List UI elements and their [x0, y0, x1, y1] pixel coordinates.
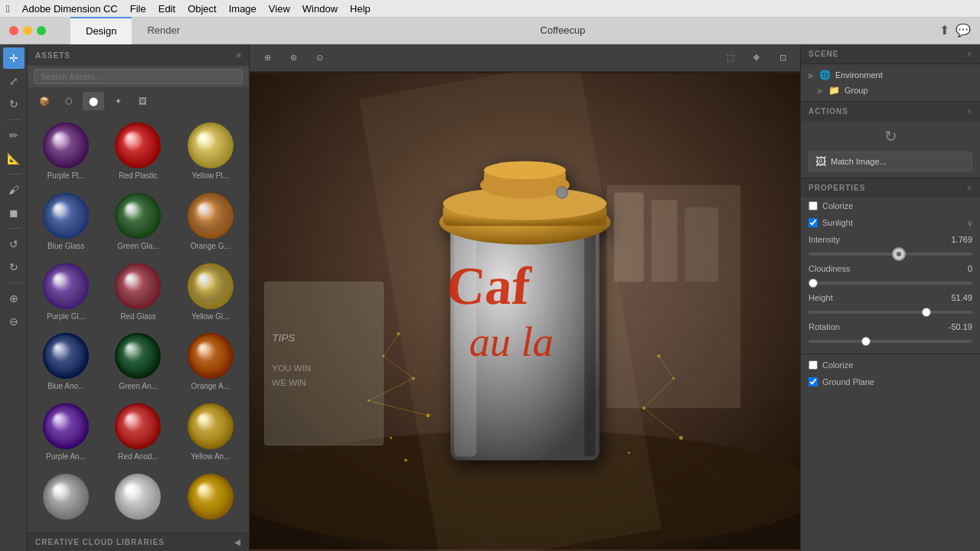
menu-file[interactable]: File [130, 3, 146, 15]
colorize-checkbox[interactable] [808, 201, 818, 210]
scene-item-group[interactable]: ▶ 📁 Group [801, 83, 980, 98]
zoom-in-tool[interactable]: ⊕ [3, 288, 24, 309]
rotate-tool[interactable]: ↻ [3, 93, 24, 115]
canvas-tool-2[interactable]: ⊛ [283, 48, 303, 68]
menu-edit[interactable]: Edit [158, 3, 175, 15]
list-item[interactable]: Yellow An... [175, 399, 246, 468]
list-item[interactable]: Red Plastic [103, 118, 173, 187]
toolbar-separator-3 [6, 228, 21, 229]
list-item[interactable]: Purple Gl... [31, 259, 101, 328]
transform-tool[interactable]: ⤢ [3, 70, 24, 92]
red-anodized-preview [113, 402, 162, 451]
search-input[interactable] [34, 69, 243, 84]
asset-label-blue-anodized: Blue Ano... [47, 382, 84, 390]
blue-anodized-preview [41, 331, 90, 380]
close-button[interactable] [9, 26, 18, 35]
list-item[interactable]: Orange A... [175, 328, 246, 397]
cc-libraries-toggle[interactable]: ◀ [234, 538, 241, 546]
yellow-plastic-preview [186, 121, 235, 170]
colorize-label[interactable]: Colorize [822, 201, 853, 210]
height-label: Height [808, 293, 833, 302]
canvas-tool-4[interactable]: ⬚ [720, 48, 740, 68]
left-toolbar: ✛ ⤢ ↻ ✏ 📐 🖌 ◼ ↺ ↻ ⊕ ⊖ [0, 44, 28, 551]
red-plastic-preview [113, 121, 162, 170]
list-item[interactable]: Blue Glass [31, 188, 101, 257]
redo-tool[interactable]: ↻ [3, 256, 24, 278]
sunlight-label[interactable]: Sunlight [822, 218, 853, 227]
pen-tool[interactable]: ✏ [3, 125, 24, 146]
list-item[interactable]: Orange G... [175, 188, 246, 257]
tab-render[interactable]: Render [132, 17, 195, 44]
canvas-scene[interactable]: Caf au la [250, 72, 800, 551]
list-item[interactable] [103, 469, 173, 530]
assets-tab-images[interactable]: 🖼 [132, 92, 153, 110]
measure-tool[interactable]: 📐 [3, 148, 24, 169]
assets-tab-models[interactable]: 📦 [34, 92, 55, 110]
intensity-slider-thumb[interactable] [892, 247, 906, 261]
menu-view[interactable]: View [269, 3, 290, 15]
cloudiness-slider-thumb[interactable] [808, 279, 818, 288]
list-item[interactable]: Red Glass [103, 259, 173, 328]
share-icon[interactable]: ⬆ [939, 23, 949, 37]
list-item[interactable]: Blue Ano... [31, 328, 101, 397]
rotation-slider-thumb[interactable] [861, 337, 871, 346]
menu-help[interactable]: Help [350, 3, 371, 15]
gold-1-preview [186, 472, 235, 521]
sunlight-expand-icon[interactable]: ∨ [967, 219, 972, 227]
assets-tab-materials[interactable]: ⬤ [83, 92, 104, 110]
menu-object[interactable]: Object [188, 3, 217, 15]
chat-icon[interactable]: 💬 [956, 23, 971, 37]
material-tool[interactable]: ◼ [3, 202, 24, 223]
list-item[interactable]: Green Gla... [103, 188, 173, 257]
svg-point-20 [390, 437, 392, 439]
properties-collapse-icon[interactable]: ∧ [966, 183, 972, 193]
list-item[interactable]: Red Anod... [103, 399, 173, 468]
zoom-out-tool[interactable]: ⊖ [3, 311, 24, 332]
actions-collapse-icon[interactable]: ∧ [966, 106, 972, 116]
cc-libraries-bar: CREATIVE CLOUD LIBRARIES ◀ [28, 533, 249, 551]
rotation-slider-track[interactable] [808, 340, 972, 343]
tab-design[interactable]: Design [70, 17, 132, 44]
list-item[interactable] [175, 469, 246, 530]
select-tool[interactable]: ✛ [3, 47, 24, 69]
colorize2-checkbox[interactable] [808, 360, 818, 370]
canvas-tool-3[interactable]: ⊙ [309, 48, 329, 68]
menu-image[interactable]: Image [229, 3, 256, 15]
height-value: 51.49 [951, 293, 972, 302]
height-slider-track[interactable] [808, 311, 972, 314]
maximize-button[interactable] [37, 26, 46, 35]
undo-tool[interactable]: ↺ [3, 233, 24, 255]
intensity-slider-track[interactable] [808, 253, 972, 256]
scene-collapse-icon[interactable]: ∧ [966, 49, 972, 59]
list-item[interactable]: Yellow Gl... [175, 259, 246, 328]
rotation-slider-row [801, 335, 980, 347]
svg-point-26 [628, 452, 630, 454]
red-glass-preview [113, 262, 162, 311]
asset-label-yellow-glass: Yellow Gl... [191, 312, 230, 321]
canvas-tool-6[interactable]: ⊡ [773, 48, 792, 68]
loading-spinner-icon: ↻ [884, 127, 897, 145]
list-item[interactable] [31, 469, 101, 530]
colorize2-label[interactable]: Colorize [822, 360, 853, 370]
sunlight-checkbox[interactable] [808, 218, 818, 227]
list-item[interactable]: Purple Pl... [31, 118, 101, 187]
canvas-tool-5[interactable]: ❖ [746, 48, 766, 68]
assets-menu-icon[interactable]: ≡ [237, 51, 241, 60]
apple-menu[interactable]:  [6, 3, 10, 15]
match-image-button[interactable]: 🖼 Match Image... [808, 152, 972, 171]
canvas-tool-1[interactable]: ⊕ [257, 48, 277, 68]
list-item[interactable]: Yellow Pl... [175, 118, 246, 187]
list-item[interactable]: Green An... [103, 328, 173, 397]
menu-window[interactable]: Window [302, 3, 338, 15]
minimize-button[interactable] [23, 26, 32, 35]
intensity-row: Intensity 1.769 [801, 231, 980, 248]
paint-tool[interactable]: 🖌 [3, 179, 24, 201]
cloudiness-slider-track[interactable] [808, 282, 972, 285]
assets-tab-shapes[interactable]: ⬡ [58, 92, 80, 110]
list-item[interactable]: Purple An... [31, 399, 101, 468]
ground-plane-checkbox[interactable] [808, 377, 818, 386]
ground-plane-label[interactable]: Ground Plane [822, 377, 874, 386]
height-slider-thumb[interactable] [922, 308, 931, 317]
scene-item-environment[interactable]: ▶ 🌐 Environment [801, 67, 980, 83]
assets-tab-lights[interactable]: ✦ [107, 92, 129, 110]
